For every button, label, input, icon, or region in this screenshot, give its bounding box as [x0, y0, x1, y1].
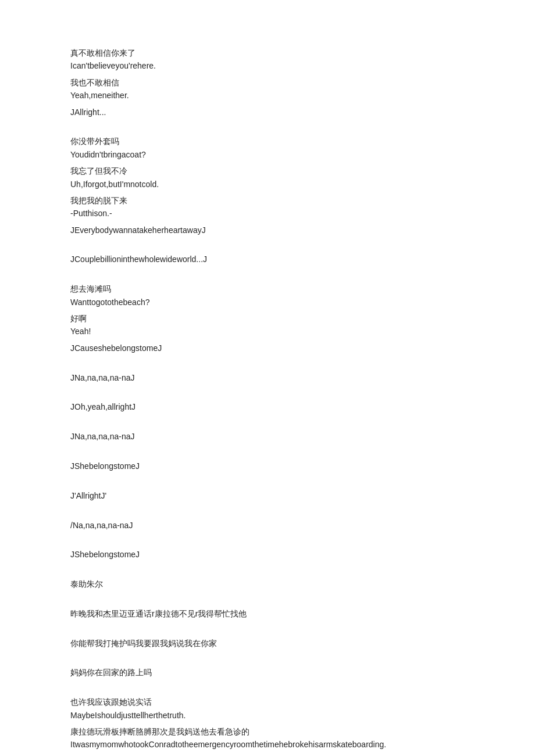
chinese-line: 康拉德玩滑板摔断胳膊那次是我妈送他去看急诊的: [70, 725, 465, 738]
subtitle-block: 你没带外套吗Youdidn'tbringacoat?: [70, 135, 465, 161]
spacer-line: [70, 472, 465, 485]
chinese-line: JShebelongstomeJ: [70, 548, 465, 561]
chinese-line: 想去海滩吗: [70, 282, 465, 295]
chinese-line: JNa,na,na,na-naJ: [70, 430, 465, 443]
chinese-line: 妈妈你在回家的路上吗: [70, 666, 465, 679]
subtitle-block: J'AllrightJ': [70, 489, 465, 515]
spacer-line: [70, 650, 465, 662]
subtitle-block: JNa,na,na,na-naJ: [70, 430, 465, 456]
spacer-line: [70, 679, 465, 692]
subtitle-block: JEverybodywannatakeherheartawayJ: [70, 224, 465, 250]
subtitle-block: 昨晚我和杰里迈亚通话r康拉德不见r我得帮忙找他: [70, 607, 465, 633]
spacer-line: [70, 237, 465, 249]
spacer-line: [70, 532, 465, 544]
subtitle-block: 我也不敢相信Yeah,meneither.: [70, 76, 465, 102]
subtitle-block: 我忘了但我不冷Uh,Iforgot,butI'mnotcold.: [70, 164, 465, 191]
subtitle-block: JNa,na,na,na-naJ: [70, 371, 465, 397]
chinese-line: JOh,yeah,allrightJ: [70, 400, 465, 413]
chinese-line: 昨晚我和杰里迈亚通话r康拉德不见r我得帮忙找他: [70, 607, 465, 620]
subtitle-block: 你能帮我打掩护吗我要跟我妈说我在你家: [70, 637, 465, 663]
subtitle-block: 妈妈你在回家的路上吗: [70, 666, 465, 692]
spacer-line: [70, 443, 465, 456]
english-line: -Putthison.-: [70, 207, 465, 220]
chinese-line: /Na,na,na,na-naJ: [70, 519, 465, 532]
chinese-line: JNa,na,na,na-naJ: [70, 371, 465, 384]
subtitle-block: 我把我的脱下来-Putthison.-: [70, 194, 465, 220]
subtitle-block: JAllright...: [70, 106, 465, 132]
english-line: Yeah,meneither.: [70, 89, 465, 102]
english-line: Yeah!: [70, 325, 465, 338]
chinese-line: 我忘了但我不冷: [70, 164, 465, 177]
chinese-line: JAllright...: [70, 106, 465, 119]
chinese-line: 你没带外套吗: [70, 135, 465, 148]
chinese-line: JEverybodywannatakeherheartawayJ: [70, 224, 465, 237]
subtitle-block: JShebelongstomeJ: [70, 460, 465, 486]
spacer-line: [70, 119, 465, 131]
english-line: MaybeIshouldjusttellherthetruth.: [70, 709, 465, 722]
english-line: Ican'tbelieveyou'rehere.: [70, 59, 465, 72]
subtitle-block: 泰助朱尔: [70, 578, 465, 604]
subtitle-block: JCauseshebelongstomeJ: [70, 342, 465, 368]
chinese-line: 我也不敢相信: [70, 76, 465, 89]
chinese-line: 真不敢相信你来了: [70, 46, 465, 59]
spacer-line: [70, 266, 465, 279]
spacer-line: [70, 354, 465, 367]
subtitle-block: 康拉德玩滑板摔断胳膊那次是我妈送他去看急诊的ItwasmymomwhotookC…: [70, 725, 465, 751]
english-line: Uh,Iforgot,butI'mnotcold.: [70, 178, 465, 191]
english-line: ItwasmymomwhotookConradtotheemergencyroo…: [70, 738, 465, 751]
chinese-line: 你能帮我打掩护吗我要跟我妈说我在你家: [70, 637, 465, 650]
subtitle-block: 也许我应该跟她说实话MaybeIshouldjusttellherthetrut…: [70, 696, 465, 722]
subtitle-block: JShebelongstomeJ: [70, 548, 465, 574]
english-line: Youdidn'tbringacoat?: [70, 148, 465, 161]
subtitle-block: /Na,na,na,na-naJ: [70, 519, 465, 545]
chinese-line: JCauseshebelongstomeJ: [70, 342, 465, 354]
subtitle-block: JCouplebillioninthewholewideworld...J: [70, 253, 465, 279]
chinese-line: JCouplebillioninthewholewideworld...J: [70, 253, 465, 266]
chinese-line: 好啊: [70, 312, 465, 325]
subtitle-block: JOh,yeah,allrightJ: [70, 400, 465, 427]
chinese-line: JShebelongstomeJ: [70, 460, 465, 472]
spacer-line: [70, 620, 465, 633]
subtitle-block: 想去海滩吗Wanttogotothebeach?: [70, 282, 465, 309]
subtitle-block: 好啊Yeah!: [70, 312, 465, 338]
chinese-line: 也许我应该跟她说实话: [70, 696, 465, 708]
chinese-line: 我把我的脱下来: [70, 194, 465, 207]
spacer-line: [70, 561, 465, 574]
chinese-line: 泰助朱尔: [70, 578, 465, 590]
chinese-line: J'AllrightJ': [70, 489, 465, 502]
english-line: Wanttogotothebeach?: [70, 296, 465, 309]
spacer-line: [70, 590, 465, 603]
spacer-line: [70, 414, 465, 427]
subtitle-container: 真不敢相信你来了Ican'tbelieveyou'rehere.我也不敢相信Ye…: [70, 46, 465, 756]
subtitle-block: 真不敢相信你来了Ican'tbelieveyou'rehere.: [70, 46, 465, 73]
spacer-line: [70, 502, 465, 515]
spacer-line: [70, 384, 465, 397]
